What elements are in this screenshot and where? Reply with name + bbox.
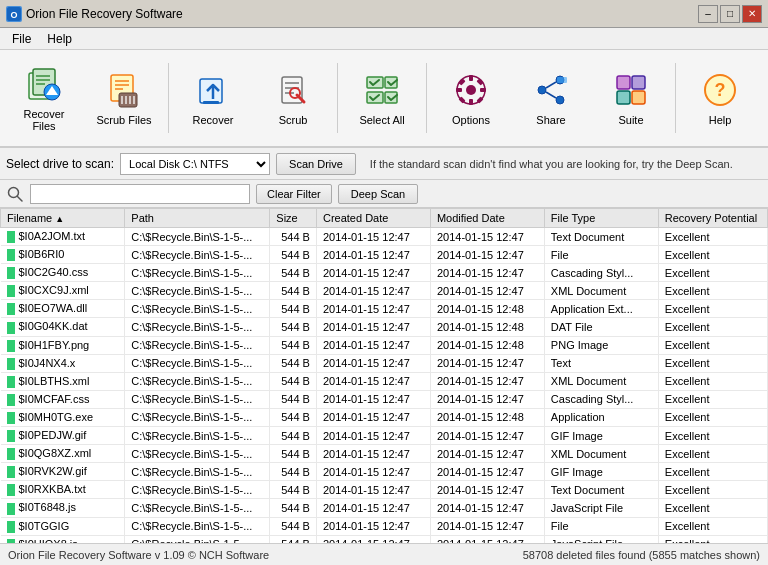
share-button[interactable]: Share [513,58,589,138]
file-potential: Excellent [658,517,767,535]
table-row[interactable]: $I0RVK2W.gifC:\$Recycle.Bin\S-1-5-...544… [1,463,768,481]
scrub-icon [273,70,313,110]
svg-line-44 [546,82,556,88]
recover-files-button[interactable]: Recover Files [6,58,82,138]
recover-button[interactable]: Recover [175,58,251,138]
table-row[interactable]: $I0EO7WA.dllC:\$Recycle.Bin\S-1-5-...544… [1,300,768,318]
table-row[interactable]: $I0CXC9J.xmlC:\$Recycle.Bin\S-1-5-...544… [1,282,768,300]
file-type: GIF Image [544,463,658,481]
main-content: Filename ▲ Path Size Created Date Modifi… [0,208,768,543]
options-button[interactable]: Options [433,58,509,138]
file-path: C:\$Recycle.Bin\S-1-5-... [125,499,270,517]
file-created: 2014-01-15 12:47 [316,318,430,336]
file-created: 2014-01-15 12:47 [316,408,430,426]
file-type: Text Document [544,228,658,246]
table-row[interactable]: $I0C2G40.cssC:\$Recycle.Bin\S-1-5-...544… [1,264,768,282]
file-created: 2014-01-15 12:47 [316,300,430,318]
maximize-button[interactable]: □ [720,5,740,23]
file-potential: Excellent [658,228,767,246]
col-header-path[interactable]: Path [125,209,270,228]
col-header-type[interactable]: File Type [544,209,658,228]
file-modified: 2014-01-15 12:47 [430,390,544,408]
close-button[interactable]: ✕ [742,5,762,23]
file-potential: Excellent [658,372,767,390]
suite-button[interactable]: Suite [593,58,669,138]
col-header-potential[interactable]: Recovery Potential [658,209,767,228]
col-header-filename[interactable]: Filename ▲ [1,209,125,228]
table-row[interactable]: $I0QG8XZ.xmlC:\$Recycle.Bin\S-1-5-...544… [1,445,768,463]
scan-drive-button[interactable]: Scan Drive [276,153,356,175]
file-name: $I0QG8XZ.xml [19,447,92,459]
file-potential: Excellent [658,499,767,517]
file-modified: 2014-01-15 12:47 [430,427,544,445]
file-name: $I0UIOX8.js [19,538,78,543]
scrub-files-button[interactable]: Scrub Files [86,58,162,138]
file-created: 2014-01-15 12:47 [316,264,430,282]
scan-label: Select drive to scan: [6,157,114,171]
menu-file[interactable]: File [4,30,39,48]
file-path: C:\$Recycle.Bin\S-1-5-... [125,246,270,264]
table-row[interactable]: $I0RXKBA.txtC:\$Recycle.Bin\S-1-5-...544… [1,481,768,499]
col-header-modified[interactable]: Modified Date [430,209,544,228]
file-size: 544 B [270,481,317,499]
col-header-size[interactable]: Size [270,209,317,228]
table-row[interactable]: $I0MCFAF.cssC:\$Recycle.Bin\S-1-5-...544… [1,390,768,408]
col-header-created[interactable]: Created Date [316,209,430,228]
svg-text:?: ? [715,80,726,100]
clear-filter-button[interactable]: Clear Filter [256,184,332,204]
file-created: 2014-01-15 12:47 [316,336,430,354]
menu-help[interactable]: Help [39,30,80,48]
toolbar-separator-4 [675,63,676,133]
file-path: C:\$Recycle.Bin\S-1-5-... [125,282,270,300]
file-potential: Excellent [658,390,767,408]
scrub-button[interactable]: Scrub [255,58,331,138]
table-row[interactable]: $I0B6RI0C:\$Recycle.Bin\S-1-5-...544 B20… [1,246,768,264]
file-path: C:\$Recycle.Bin\S-1-5-... [125,427,270,445]
file-indicator [7,539,15,543]
table-row[interactable]: $I0TGGIGC:\$Recycle.Bin\S-1-5-...544 B20… [1,517,768,535]
svg-line-54 [18,196,23,201]
recover-files-label: Recover Files [11,108,77,132]
table-row[interactable]: $I0PEDJW.gifC:\$Recycle.Bin\S-1-5-...544… [1,427,768,445]
file-modified: 2014-01-15 12:47 [430,354,544,372]
table-row[interactable]: $I0MH0TG.exeC:\$Recycle.Bin\S-1-5-...544… [1,408,768,426]
file-name: $I0TGGIG [19,520,70,532]
file-table: Filename ▲ Path Size Created Date Modifi… [0,208,768,543]
table-row[interactable]: $I0H1FBY.pngC:\$Recycle.Bin\S-1-5-...544… [1,336,768,354]
help-button[interactable]: ? Help [682,58,758,138]
suite-label: Suite [618,114,643,126]
file-potential: Excellent [658,318,767,336]
options-label: Options [452,114,490,126]
file-potential: Excellent [658,246,767,264]
drive-select[interactable]: Local Disk C:\ NTFS [120,153,270,175]
recover-files-icon [24,64,64,104]
file-potential: Excellent [658,354,767,372]
filter-input[interactable] [30,184,250,204]
file-size: 544 B [270,282,317,300]
table-row[interactable]: $I0LBTHS.xmlC:\$Recycle.Bin\S-1-5-...544… [1,372,768,390]
minimize-button[interactable]: – [698,5,718,23]
table-row[interactable]: $I0T6848.jsC:\$Recycle.Bin\S-1-5-...544 … [1,499,768,517]
file-size: 544 B [270,408,317,426]
file-name: $I0MH0TG.exe [19,411,94,423]
svg-rect-50 [632,91,645,104]
title-bar-left: O Orion File Recovery Software [6,6,183,22]
file-size: 544 B [270,390,317,408]
file-modified: 2014-01-15 12:48 [430,300,544,318]
file-table-container[interactable]: Filename ▲ Path Size Created Date Modifi… [0,208,768,543]
file-name: $I0EO7WA.dll [19,302,88,314]
file-name: $I0H1FBY.png [19,339,90,351]
table-row[interactable]: $I0A2JOM.txtC:\$Recycle.Bin\S-1-5-...544… [1,228,768,246]
table-row[interactable]: $I0J4NX4.xC:\$Recycle.Bin\S-1-5-...544 B… [1,354,768,372]
file-potential: Excellent [658,535,767,543]
select-all-label: Select All [359,114,404,126]
select-all-button[interactable]: Select All [344,58,420,138]
table-row[interactable]: $I0G04KK.datC:\$Recycle.Bin\S-1-5-...544… [1,318,768,336]
file-created: 2014-01-15 12:47 [316,517,430,535]
file-size: 544 B [270,264,317,282]
deep-scan-button[interactable]: Deep Scan [338,184,418,204]
table-row[interactable]: $I0UIOX8.jsC:\$Recycle.Bin\S-1-5-...544 … [1,535,768,543]
file-potential: Excellent [658,282,767,300]
file-type: Application Ext... [544,300,658,318]
toolbar-separator-3 [426,63,427,133]
